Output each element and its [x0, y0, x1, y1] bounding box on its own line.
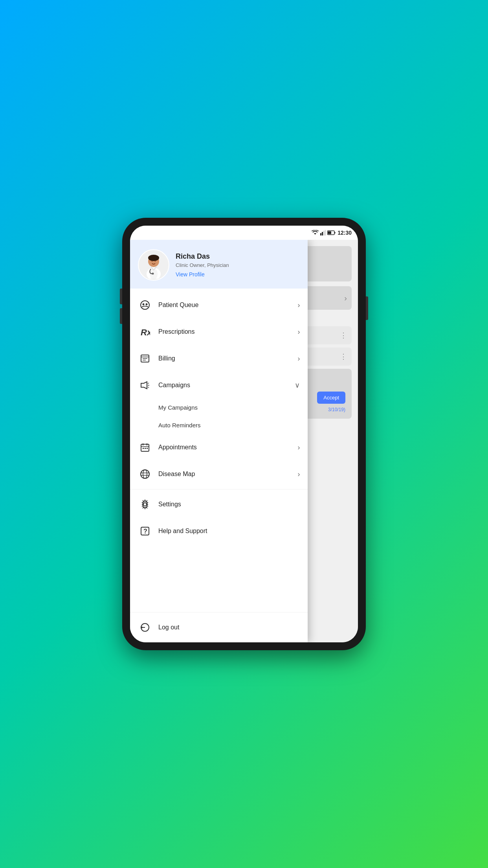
avatar-image: [140, 251, 167, 279]
status-bar: 12:30: [130, 226, 358, 240]
status-icons: 12:30: [312, 230, 352, 236]
svg-point-35: [141, 470, 149, 478]
svg-point-17: [143, 303, 145, 305]
battery-icon: [327, 230, 336, 235]
svg-rect-7: [328, 232, 331, 234]
svg-rect-1: [320, 233, 321, 235]
billing-chevron: ›: [297, 355, 300, 363]
main-area: › ni ⋮ ni ⋮ Accept 3/10/19): [130, 240, 358, 642]
auto-reminders-item[interactable]: Auto Reminders: [130, 416, 308, 434]
logout-icon: [138, 620, 152, 634]
side-button: [366, 296, 368, 320]
menu-item-prescriptions[interactable]: Rx Prescriptions ›: [130, 318, 308, 345]
svg-rect-33: [145, 448, 146, 449]
menu-item-logout[interactable]: Log out: [130, 614, 308, 641]
my-campaigns-item[interactable]: My Campaigns: [130, 399, 308, 416]
campaigns-icon: [138, 378, 152, 392]
campaigns-chevron-down: ∨: [295, 381, 300, 390]
campaigns-submenu: My Campaigns Auto Reminders: [130, 399, 308, 434]
menu-item-help-support[interactable]: ? Help and Support: [130, 518, 308, 544]
svg-text:?: ?: [143, 528, 147, 535]
disease-map-label: Disease Map: [158, 471, 297, 478]
billing-label: Billing: [158, 355, 297, 362]
navigation-drawer: Richa Das Clinic Owner, Physician View P…: [130, 240, 308, 642]
prescriptions-chevron: ›: [297, 328, 300, 336]
billing-icon: [138, 351, 152, 366]
phone-frame: 12:30 › ni ⋮ ni ⋮: [122, 218, 366, 650]
bg-date: 3/10/19): [328, 407, 345, 412]
bg-dots-1: ⋮: [340, 331, 347, 340]
appointments-chevron: ›: [297, 443, 300, 452]
patient-queue-icon: [138, 298, 152, 312]
svg-marker-24: [141, 382, 147, 389]
svg-point-18: [146, 303, 148, 305]
bg-dots-2: ⋮: [340, 352, 347, 361]
bg-chevron: ›: [344, 294, 347, 303]
svg-rect-34: [147, 448, 148, 449]
prescriptions-icon: Rx: [138, 325, 152, 339]
svg-line-27: [148, 387, 149, 388]
signal-icon: [320, 230, 326, 235]
svg-point-12: [148, 255, 159, 261]
profile-info: Richa Das Clinic Owner, Physician View P…: [176, 252, 300, 278]
wifi-icon: [312, 230, 319, 235]
svg-point-14: [155, 261, 156, 262]
logout-label: Log out: [158, 624, 300, 631]
profile-header: Richa Das Clinic Owner, Physician View P…: [130, 240, 308, 289]
menu-item-appointments[interactable]: Appointments ›: [130, 434, 308, 461]
logout-section: Log out: [130, 612, 308, 642]
patient-queue-label: Patient Queue: [158, 302, 297, 309]
bg-accept-btn: Accept: [317, 392, 345, 404]
svg-text:Rx: Rx: [141, 327, 150, 337]
svg-line-25: [148, 383, 149, 384]
settings-icon: [138, 497, 152, 511]
settings-label: Settings: [158, 501, 300, 508]
menu-item-patient-queue[interactable]: Patient Queue ›: [130, 292, 308, 318]
patient-queue-chevron: ›: [297, 301, 300, 309]
menu-list: Patient Queue › Rx Prescriptions ›: [130, 289, 308, 612]
menu-item-settings[interactable]: Settings: [130, 491, 308, 518]
svg-point-16: [141, 301, 149, 309]
svg-point-39: [143, 503, 147, 506]
phone-screen: 12:30 › ni ⋮ ni ⋮: [130, 226, 358, 642]
svg-rect-4: [325, 230, 326, 235]
campaigns-label: Campaigns: [158, 382, 295, 389]
disease-map-icon: [138, 467, 152, 481]
menu-item-disease-map[interactable]: Disease Map ›: [130, 461, 308, 487]
avatar: [138, 249, 169, 281]
appointments-label: Appointments: [158, 444, 297, 451]
svg-rect-6: [335, 232, 336, 234]
prescriptions-label: Prescriptions: [158, 328, 297, 335]
help-support-icon: ?: [138, 524, 152, 538]
status-time: 12:30: [338, 230, 352, 236]
svg-point-15: [152, 273, 154, 275]
disease-map-chevron: ›: [297, 470, 300, 478]
svg-rect-3: [323, 231, 325, 235]
help-support-label: Help and Support: [158, 528, 300, 535]
appointments-icon: [138, 440, 152, 454]
view-profile-link[interactable]: View Profile: [176, 271, 300, 278]
svg-rect-2: [322, 232, 323, 235]
menu-item-campaigns[interactable]: Campaigns ∨: [130, 372, 308, 399]
vol-button-up: [120, 289, 122, 304]
profile-role: Clinic Owner, Physician: [176, 262, 300, 268]
menu-item-billing[interactable]: Billing ›: [130, 345, 308, 372]
vol-button-down: [120, 308, 122, 324]
svg-point-36: [143, 470, 147, 478]
svg-marker-0: [314, 233, 316, 235]
svg-rect-32: [143, 448, 144, 449]
profile-name: Richa Das: [176, 252, 300, 261]
divider-1: [130, 489, 308, 489]
svg-point-13: [152, 261, 153, 262]
